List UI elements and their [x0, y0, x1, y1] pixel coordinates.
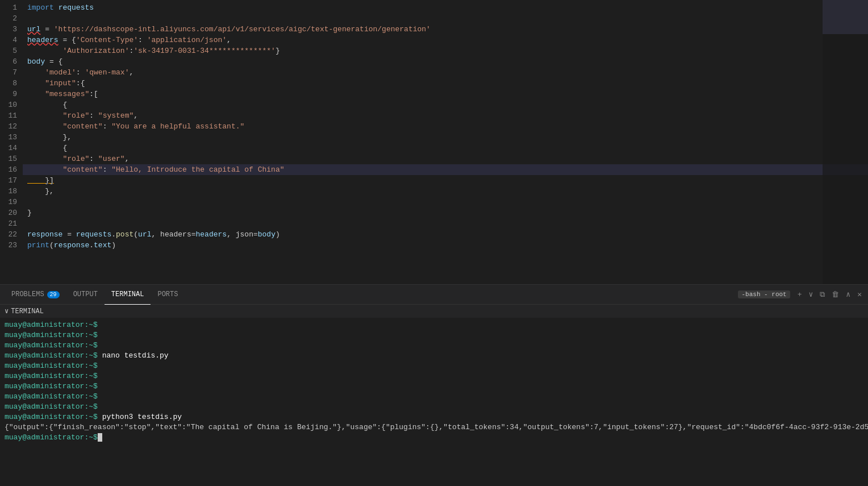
- code-line-4: headers = {'Content-Type': 'application/…: [23, 35, 868, 45]
- code-line-1: import requests: [23, 2, 868, 13]
- trash-icon[interactable]: 🗑: [830, 290, 841, 299]
- chevron-down-icon[interactable]: ∨: [807, 290, 815, 299]
- code-line-13: },: [23, 132, 868, 143]
- code-line-9: "messages":[: [23, 89, 868, 99]
- terminal-label: TERMINAL: [11, 308, 44, 315]
- line-numbers: 1234567891011121314151617181920212223: [0, 2, 23, 282]
- code-line-16: "content": "Hello, Introduce the capital…: [23, 164, 868, 175]
- code-line-5: 'Authorization':'sk-34197-0031-34*******…: [23, 45, 868, 56]
- terminal-line: muay@administrator:~$: [5, 402, 863, 412]
- code-line-21: [23, 218, 868, 229]
- close-panel-icon[interactable]: ✕: [856, 290, 863, 299]
- tab-output[interactable]: OUTPUT: [66, 285, 105, 305]
- terminal-line: muay@administrator:~$: [5, 330, 863, 340]
- code-line-14: {: [23, 143, 868, 153]
- code-line-8: "input":{: [23, 78, 868, 89]
- bash-tag: -bash - root: [738, 290, 790, 298]
- tab-output-label: OUTPUT: [73, 290, 98, 298]
- code-line-22: response = requests.post(url, headers=he…: [23, 229, 868, 240]
- code-line-15: "role": "user",: [23, 153, 868, 164]
- terminal-line: muay@administrator:~$: [5, 381, 863, 392]
- code-line-2: [23, 13, 868, 24]
- terminal-line: muay@administrator:~$: [5, 392, 863, 402]
- panel-controls: -bash - root + ∨ ⧉ 🗑 ∧ ✕: [738, 290, 863, 299]
- code-content[interactable]: import requestsurl = 'https://dashscope-…: [23, 2, 868, 282]
- terminal-line: muay@administrator:~$: [5, 361, 863, 371]
- editor-area: 1234567891011121314151617181920212223 im…: [0, 0, 868, 284]
- terminal-chevron-icon: ∨: [5, 307, 9, 315]
- code-line-6: body = {: [23, 56, 868, 67]
- minimap: [823, 0, 868, 284]
- terminal-header: ∨ TERMINAL: [0, 305, 868, 318]
- terminal-line: muay@administrator:~$: [5, 340, 863, 351]
- code-line-10: {: [23, 99, 868, 110]
- tab-ports[interactable]: PORTS: [151, 285, 185, 305]
- code-line-18: },: [23, 186, 868, 197]
- code-line-19: [23, 197, 868, 207]
- tab-problems-label: PROBLEMS: [11, 290, 44, 298]
- code-container: 1234567891011121314151617181920212223 im…: [0, 0, 868, 284]
- terminal-line: muay@administrator:~$: [5, 320, 863, 330]
- problems-badge: 29: [47, 291, 60, 298]
- terminal-line: muay@administrator:~$ python3 testdis.py: [5, 412, 863, 422]
- code-line-17: }]: [23, 175, 868, 186]
- plus-icon[interactable]: +: [796, 290, 804, 299]
- terminal-line: muay@administrator:~$: [5, 371, 863, 381]
- code-line-23: print(response.text): [23, 240, 868, 251]
- tab-problems[interactable]: PROBLEMS 29: [5, 285, 66, 305]
- terminal-line: {"output":{"finish_reason":"stop","text"…: [5, 422, 863, 433]
- code-line-11: "role": "system",: [23, 110, 868, 121]
- code-line-3: url = 'https://dashscope-intl.aliyuncs.c…: [23, 24, 868, 35]
- terminal-line: muay@administrator:~$ nano testdis.py: [5, 351, 863, 361]
- code-line-12: "content": "You are a helpful assistant.…: [23, 121, 868, 132]
- tab-terminal-label: TERMINAL: [111, 290, 144, 298]
- terminal-line: muay@administrator:~$: [5, 433, 863, 443]
- collapse-panel-icon[interactable]: ∧: [844, 290, 852, 299]
- bottom-panel: PROBLEMS 29 OUTPUT TERMINAL PORTS -bash …: [0, 284, 868, 486]
- terminal-content[interactable]: muay@administrator:~$muay@administrator:…: [0, 318, 868, 486]
- panel-tabs: PROBLEMS 29 OUTPUT TERMINAL PORTS -bash …: [0, 285, 868, 305]
- code-line-20: }: [23, 207, 868, 218]
- split-editor-icon[interactable]: ⧉: [818, 290, 827, 299]
- tab-ports-label: PORTS: [157, 290, 178, 298]
- code-line-7: 'model': 'qwen-max',: [23, 67, 868, 78]
- tab-terminal[interactable]: TERMINAL: [105, 285, 151, 305]
